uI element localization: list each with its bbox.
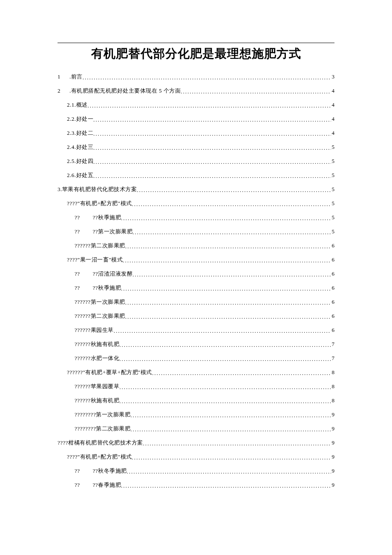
toc-page-number: 3 — [331, 74, 335, 79]
toc-entry: 2.6.好处五 5 — [58, 172, 334, 178]
toc-entry: ????"有机肥+配方肥"模式 5 — [58, 200, 334, 206]
toc-entry: ????秋季施肥5 — [58, 215, 334, 220]
toc-page-number: 5 — [331, 200, 335, 206]
toc-label: 2.5.好处四 — [67, 158, 93, 164]
toc-label: 2.3.好处二 — [67, 130, 93, 136]
toc-page-number: 8 — [331, 369, 335, 375]
toc-entry: ????沼渣沼液发酵6 — [58, 271, 334, 276]
toc-label: ??????第一次膨果肥 — [75, 299, 125, 305]
toc-page-number: 6 — [331, 299, 335, 305]
toc-leader — [125, 314, 331, 320]
toc-entry: ????????第一次膨果肥 9 — [58, 412, 334, 417]
toc-page-number: 4 — [331, 88, 335, 93]
toc-label: ????春季施肥 — [75, 482, 121, 488]
toc-leader — [93, 159, 331, 165]
toc-entry: ????"有机肥+配方肥"模式 9 — [58, 454, 334, 459]
toc-label: ????"有机肥+配方肥"模式 — [67, 200, 132, 206]
toc-label: 3.苹果有机肥替代化肥技术方案 — [58, 186, 137, 192]
toc-entry: 1.前言3 — [58, 74, 334, 79]
toc-label: ????????第一次膨果肥 — [75, 412, 130, 417]
toc-page-number: 9 — [331, 482, 335, 488]
toc-entry: 2.5.好处四 5 — [58, 158, 334, 164]
page-title: 有机肥替代部分化肥是最理想施肥方式 — [58, 46, 334, 62]
toc-label: 2.1.概述 — [67, 102, 88, 108]
toc-leader — [93, 145, 331, 151]
toc-page-number: 8 — [331, 398, 335, 403]
toc-label: ??????"有机肥+覆草+配方肥"模式 — [67, 369, 152, 375]
toc-entry: ??????"有机肥+覆草+配方肥"模式 8 — [58, 369, 334, 375]
toc-label: ??????第二次膨果肥 — [75, 243, 125, 248]
toc-leader — [125, 244, 331, 249]
toc-leader — [119, 398, 331, 404]
toc-label: ??????苹果园覆草 — [75, 384, 119, 389]
toc-page-number: 6 — [331, 327, 335, 333]
toc-leader — [123, 258, 331, 263]
toc-page-number: 6 — [331, 271, 335, 276]
toc-leader — [132, 201, 331, 207]
toc-leader — [114, 328, 331, 334]
toc-page-number: 5 — [331, 229, 335, 234]
toc-page-number: 9 — [331, 426, 335, 431]
toc-page-number: 5 — [331, 172, 335, 178]
toc-page-number: 9 — [331, 454, 335, 459]
toc-leader — [130, 413, 331, 418]
toc-page-number: 9 — [331, 412, 335, 417]
toc-entry: ??????秋施有机肥 7 — [58, 341, 334, 347]
toc-page-number: 4 — [331, 130, 335, 136]
toc-entry: ??????第二次膨果肥 6 — [58, 313, 334, 319]
toc-entry: ????春季施肥9 — [58, 482, 334, 488]
toc-page-number: 7 — [331, 341, 335, 347]
toc-page-number: 6 — [331, 257, 335, 262]
toc-entry: 2.2.好处一 4 — [58, 116, 334, 122]
toc-label: 2.有机肥搭配无机肥好处主要体现在 5 个方面 — [58, 88, 181, 93]
toc-label: ??????果园生草 — [75, 327, 114, 333]
table-of-contents: 1.前言32.有机肥搭配无机肥好处主要体现在 5 个方面 42.1.概述 42.… — [58, 74, 334, 488]
toc-page-number: 5 — [331, 215, 335, 220]
toc-page-number: 5 — [331, 144, 335, 150]
toc-entry: 2.4.好处三 5 — [58, 144, 334, 150]
toc-leader — [121, 286, 331, 291]
toc-entry: 2.3.好处二 4 — [58, 130, 334, 136]
toc-page-number: 5 — [331, 186, 335, 192]
toc-page-number: 6 — [331, 285, 335, 291]
toc-label: ????柑橘有机肥替代化肥技术方案 — [58, 440, 143, 445]
toc-label: ????秋季施肥 — [75, 215, 121, 220]
toc-label: ????第一次膨果肥 — [75, 229, 133, 234]
toc-label: ????沼渣沼液发酵 — [75, 271, 133, 276]
toc-label: 2.6.好处五 — [67, 172, 93, 178]
toc-label: ????秋季施肥 — [75, 285, 121, 291]
toc-label: ??????秋施有机肥 — [75, 398, 119, 403]
toc-leader — [132, 455, 331, 460]
toc-leader — [121, 215, 331, 221]
toc-leader — [93, 117, 331, 122]
toc-entry: 2.1.概述 4 — [58, 102, 334, 108]
toc-leader — [83, 75, 331, 80]
toc-entry: ????第一次膨果肥5 — [58, 229, 334, 234]
toc-entry: ????柑橘有机肥替代化肥技术方案9 — [58, 440, 334, 445]
toc-entry: ??????第二次膨果肥 6 — [58, 243, 334, 248]
toc-leader — [121, 483, 331, 488]
toc-leader — [143, 441, 331, 446]
toc-label: ????"有机肥+配方肥"模式 — [67, 454, 132, 459]
toc-entry: ????"果一沼一畜"模式 6 — [58, 257, 334, 262]
toc-page-number: 4 — [331, 102, 335, 108]
toc-entry: ??????第一次膨果肥 6 — [58, 299, 334, 305]
toc-label: 2.4.好处三 — [67, 144, 93, 150]
toc-leader — [152, 370, 331, 376]
toc-page-number: 6 — [331, 243, 335, 248]
toc-label: 2.2.好处一 — [67, 116, 93, 122]
toc-leader — [181, 89, 331, 94]
toc-label: ??????水肥一体化 — [75, 355, 119, 361]
toc-label: 1.前言 — [58, 74, 83, 79]
toc-entry: ????????第二次膨果肥 9 — [58, 426, 334, 431]
toc-leader — [127, 469, 331, 474]
toc-page-number: 6 — [331, 313, 335, 319]
toc-page-number: 8 — [331, 384, 335, 389]
toc-leader — [93, 173, 331, 179]
toc-entry: 3.苹果有机肥替代化肥技术方案 5 — [58, 186, 334, 192]
toc-leader — [133, 230, 331, 235]
toc-leader — [119, 384, 331, 390]
toc-leader — [88, 103, 331, 108]
toc-page-number: 9 — [331, 440, 335, 445]
toc-label: ????秋冬季施肥 — [75, 468, 127, 474]
